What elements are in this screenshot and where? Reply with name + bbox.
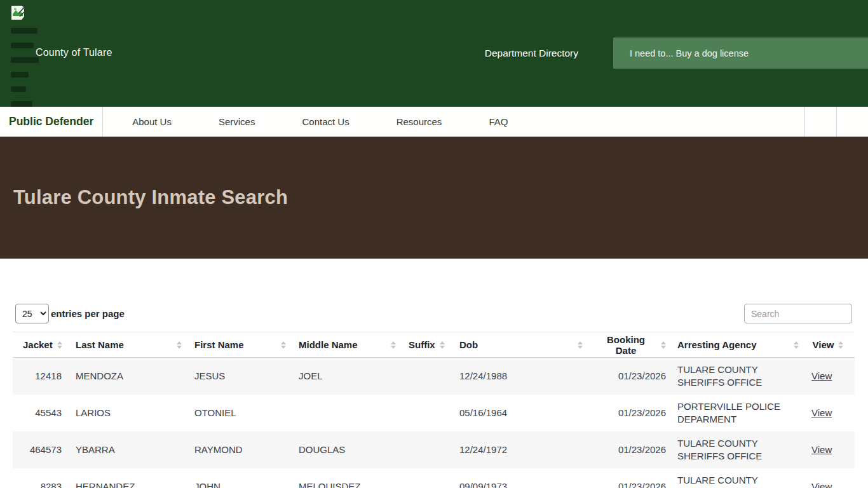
cell-dob: 12/24/1972: [449, 431, 585, 468]
column-label: Suffix: [409, 339, 435, 350]
column-label: Arresting Agency: [677, 339, 756, 350]
site-logo[interactable]: [11, 5, 87, 116]
department-nav: Public Defender About UsServicesContact …: [0, 107, 868, 137]
sort-icon: [794, 341, 799, 349]
cell-dob: 12/24/1988: [449, 358, 585, 395]
cell-first_name: RAYMOND: [184, 431, 288, 468]
table-controls: 25 entries per page: [0, 259, 868, 332]
column-label: Middle Name: [299, 339, 358, 350]
column-header-booking_date[interactable]: Booking Date: [585, 332, 667, 358]
column-header-suffix[interactable]: Suffix: [398, 332, 449, 358]
nav-utility-cell-1[interactable]: [804, 107, 836, 137]
view-link[interactable]: View: [811, 370, 832, 381]
cell-suffix: [398, 395, 449, 431]
column-header-last_name[interactable]: Last Name: [65, 332, 184, 358]
column-label: Dob: [459, 339, 478, 350]
site-title[interactable]: County of Tulare: [36, 47, 112, 58]
cell-view: View: [801, 358, 855, 395]
column-label: Booking Date: [595, 334, 656, 356]
department-directory-link[interactable]: Department Directory: [485, 48, 578, 59]
nav-brand-public-defender[interactable]: Public Defender: [0, 107, 102, 137]
column-label: First Name: [194, 339, 244, 350]
cell-last_name: YBARRA: [65, 431, 184, 468]
column-header-first_name[interactable]: First Name: [184, 332, 288, 358]
nav-link-resources[interactable]: Resources: [379, 107, 460, 137]
cell-arresting_agency: PORTERVILLE POLICE DEPARMENT: [667, 395, 801, 431]
cell-last_name: LARIOS: [65, 395, 184, 431]
cell-middle_name: [288, 395, 398, 431]
cell-suffix: [398, 358, 449, 395]
cell-first_name: JOHN: [184, 468, 288, 488]
table-row: 464573YBARRARAYMONDDOUGLAS12/24/197201/2…: [13, 431, 855, 468]
sort-icon: [440, 341, 445, 349]
cell-jacket: 464573: [13, 431, 65, 468]
cell-middle_name: DOUGLAS: [288, 431, 398, 468]
sort-icon: [281, 341, 286, 349]
cell-suffix: [398, 431, 449, 468]
column-label: View: [813, 339, 834, 350]
nav-link-services[interactable]: Services: [201, 107, 273, 137]
column-header-dob[interactable]: Dob: [449, 332, 585, 358]
nav-utility-cell-2[interactable]: [836, 107, 868, 137]
column-header-view[interactable]: View: [801, 332, 855, 358]
cell-arresting_agency: TULARE COUNTY SHERIFFS OFFICE: [667, 358, 801, 395]
cell-booking_date: 01/23/2026: [585, 395, 667, 431]
search-input[interactable]: [744, 304, 852, 323]
cell-arresting_agency: TULARE COUNTY SHERIFFS OFFICE: [667, 431, 801, 468]
column-header-jacket[interactable]: Jacket: [13, 332, 65, 358]
column-header-middle_name[interactable]: Middle Name: [288, 332, 398, 358]
sort-icon: [578, 341, 583, 349]
table-header-row: JacketLast NameFirst NameMiddle NameSuff…: [13, 332, 855, 358]
site-header: County of Tulare Department Directory I …: [0, 0, 868, 107]
cell-booking_date: 01/23/2026: [585, 358, 667, 395]
view-link[interactable]: View: [811, 444, 832, 455]
inmate-table: JacketLast NameFirst NameMiddle NameSuff…: [13, 332, 855, 488]
table-row: 12418MENDOZAJESUSJOEL12/24/198801/23/202…: [13, 358, 855, 395]
cell-middle_name: JOEL: [288, 358, 398, 395]
logo-alt-text-lines: [11, 28, 87, 107]
hero-banner: Tulare County Inmate Search: [0, 137, 868, 259]
entries-per-page-select[interactable]: 25: [15, 304, 49, 323]
cell-view: View: [801, 468, 855, 488]
cell-arresting_agency: TULARE COUNTY SHERIFFS OFFICE: [667, 468, 801, 488]
column-label: Jacket: [23, 339, 53, 350]
cell-jacket: 45543: [13, 395, 65, 431]
broken-image-icon: [11, 5, 25, 20]
nav-right-cells: [804, 107, 868, 137]
cell-first_name: OTONIEL: [184, 395, 288, 431]
nav-link-contact-us[interactable]: Contact Us: [284, 107, 367, 137]
nav-link-about-us[interactable]: About Us: [114, 107, 189, 137]
cell-booking_date: 01/23/2026: [585, 431, 667, 468]
view-link[interactable]: View: [811, 407, 832, 418]
view-link[interactable]: View: [811, 481, 832, 488]
cell-suffix: [398, 468, 449, 488]
cell-last_name: MENDOZA: [65, 358, 184, 395]
cell-dob: 09/09/1973: [449, 468, 585, 488]
cell-view: View: [801, 431, 855, 468]
cell-first_name: JESUS: [184, 358, 288, 395]
sort-icon: [838, 341, 843, 349]
cell-last_name: HERNANDEZ: [65, 468, 184, 488]
cell-middle_name: MELQUISDEZ: [288, 468, 398, 488]
cell-booking_date: 01/23/2026: [585, 468, 667, 488]
sort-icon: [391, 341, 396, 349]
cell-view: View: [801, 395, 855, 431]
nav-links: About UsServicesContact UsResourcesFAQ: [103, 107, 804, 137]
i-need-to-label: I need to... Buy a dog license: [630, 48, 749, 58]
column-header-arresting_agency[interactable]: Arresting Agency: [667, 332, 801, 358]
cell-jacket: 12418: [13, 358, 65, 395]
table-row: 8283HERNANDEZJOHNMELQUISDEZ09/09/197301/…: [13, 468, 855, 488]
sort-icon: [57, 341, 62, 349]
table-row: 45543LARIOSOTONIEL05/16/196401/23/2026PO…: [13, 395, 855, 431]
entries-per-page-label: entries per page: [51, 308, 125, 319]
nav-link-faq[interactable]: FAQ: [471, 107, 526, 137]
cell-jacket: 8283: [13, 468, 65, 488]
cell-dob: 05/16/1964: [449, 395, 585, 431]
page-title: Tulare County Inmate Search: [13, 186, 288, 209]
column-label: Last Name: [76, 339, 124, 350]
sort-icon: [177, 341, 182, 349]
sort-icon: [661, 341, 666, 349]
i-need-to-button[interactable]: I need to... Buy a dog license: [613, 37, 868, 69]
